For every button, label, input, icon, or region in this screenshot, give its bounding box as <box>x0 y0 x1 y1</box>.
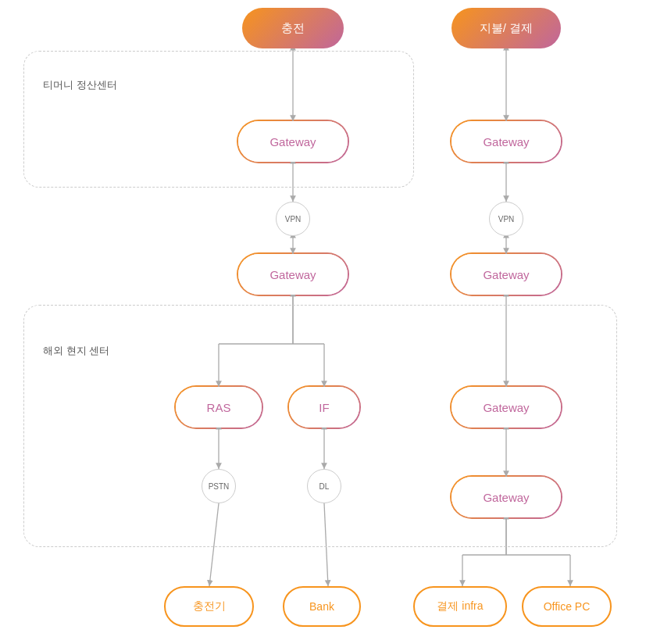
gateway-4-node: Gateway <box>451 254 561 295</box>
bank-node: Bank <box>283 586 361 627</box>
payment-infra-node: 결제 infra <box>413 586 507 627</box>
diagram-container: 티머니 정산센터 해외 현지 센터 충전 지불/ 결제 Gateway Gate… <box>0 0 646 644</box>
vpn-1-circle: VPN <box>276 202 310 236</box>
charge-node: 충전 <box>242 8 344 48</box>
gateway-5-node: Gateway <box>451 387 561 428</box>
overseas-label: 해외 현지 센터 <box>43 344 109 358</box>
ras-node: RAS <box>176 387 262 428</box>
vpn-2-circle: VPN <box>489 202 523 236</box>
gateway-3-node: Gateway <box>238 254 348 295</box>
gateway-1-node: Gateway <box>238 121 348 162</box>
dl-circle: DL <box>307 469 341 503</box>
pstn-circle: PSTN <box>202 469 236 503</box>
gateway-6-node: Gateway <box>451 477 561 517</box>
payment-node: 지불/ 결제 <box>451 8 561 48</box>
timoney-label: 티머니 정산센터 <box>43 78 117 92</box>
if-node: IF <box>289 387 359 428</box>
office-pc-node: Office PC <box>522 586 612 627</box>
gateway-2-node: Gateway <box>451 121 561 162</box>
timoney-region <box>23 51 414 188</box>
chungeongi-node: 충전기 <box>164 586 254 627</box>
